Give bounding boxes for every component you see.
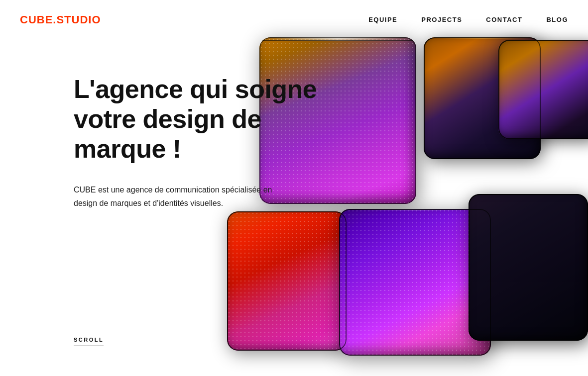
nav-item-projects[interactable]: PROJECTS: [421, 16, 462, 23]
nav-item-blog[interactable]: BLOG: [546, 16, 568, 23]
cube-3: [227, 211, 347, 351]
hero-headline: L'agence qui soigne votre design de marq…: [74, 75, 333, 164]
scroll-indicator: SCROLL: [74, 337, 104, 347]
hero-content: L'agence qui soigne votre design de marq…: [74, 75, 333, 210]
hero-body-text: CUBE est une agence de communication spé…: [74, 184, 283, 210]
site-header: CUBE.STUDIO EQUIPE PROJECTS CONTACT BLOG: [0, 0, 588, 39]
nav-item-equipe[interactable]: EQUIPE: [368, 16, 397, 23]
site-logo[interactable]: CUBE.STUDIO: [20, 13, 101, 26]
cube-6: [498, 40, 588, 139]
nav-item-contact[interactable]: CONTACT: [486, 16, 522, 23]
scroll-line: [74, 346, 104, 347]
main-nav: EQUIPE PROJECTS CONTACT BLOG: [368, 16, 568, 23]
scroll-label: SCROLL: [74, 337, 104, 343]
cube-5: [469, 194, 588, 341]
hero-section: L'agence qui soigne votre design de marq…: [0, 0, 588, 376]
